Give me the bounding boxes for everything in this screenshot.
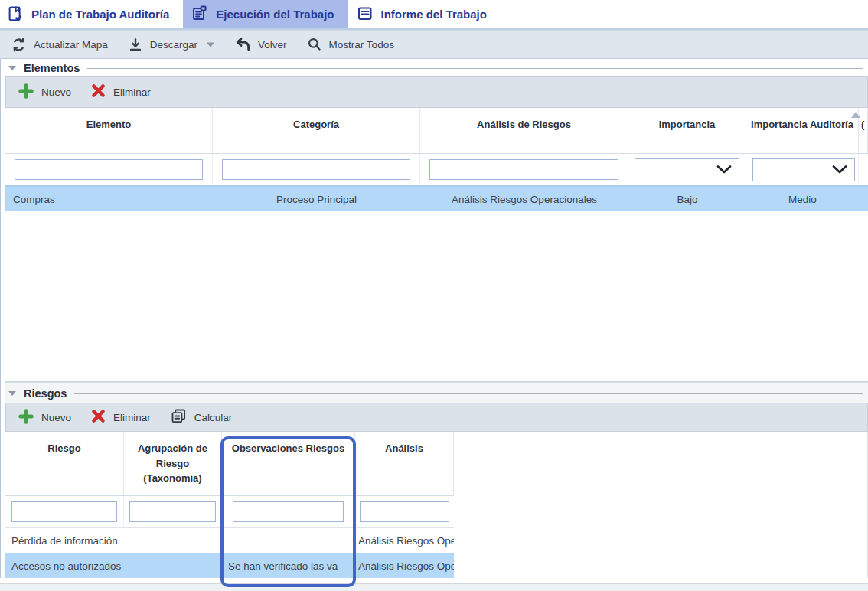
filter-importancia-auditoria-select[interactable] — [752, 158, 855, 181]
plus-icon — [18, 409, 34, 426]
nuevo-label: Nuevo — [41, 412, 71, 423]
cell-agrupacion — [124, 528, 222, 553]
filter-analisis-riesgo-input[interactable] — [360, 501, 449, 522]
cell-riesgo: Accesos no autorizados — [5, 553, 124, 578]
riesgos-table: Riesgo Agrupación de Riesgo (Taxonomía) … — [5, 432, 868, 578]
x-icon — [91, 409, 106, 426]
elementos-filter-row — [5, 154, 868, 187]
filter-observaciones-input[interactable] — [233, 501, 344, 522]
bookmark-check-icon — [6, 5, 24, 23]
volver-button[interactable]: Volver — [235, 37, 287, 53]
refresh-icon — [11, 37, 27, 53]
download-icon — [128, 37, 143, 53]
section-rule — [87, 68, 863, 69]
cell-analisis: Análisis Riesgos Operacionales — [355, 553, 454, 578]
cell-categoria: Proceso Principal — [213, 187, 420, 211]
filter-importancia-select[interactable] — [635, 158, 739, 181]
undo-arrow-icon — [235, 37, 251, 53]
riesgos-row-accesos[interactable]: Accesos no autorizados Se han verificado… — [5, 553, 454, 578]
elementos-nuevo-button[interactable]: Nuevo — [18, 83, 71, 101]
elementos-section-header: Elementos — [5, 59, 868, 76]
riesgos-calcular-button[interactable]: Calcular — [171, 408, 233, 426]
riesgos-toolbar: Nuevo Eliminar Calcular — [5, 403, 868, 432]
riesgos-header-row: Riesgo Agrupación de Riesgo (Taxonomía) … — [5, 432, 454, 496]
cell-elemento: Compras — [5, 187, 213, 211]
mostrar-todos-label: Mostrar Todos — [329, 39, 394, 51]
dropdown-caret-icon[interactable] — [206, 41, 215, 48]
elementos-row-compras[interactable]: Compras Proceso Principal Análisis Riesg… — [5, 187, 868, 211]
tab-label: Informe del Trabajo — [381, 8, 487, 21]
tab-informe-del-trabajo[interactable]: Informe del Trabajo — [348, 0, 501, 28]
plus-icon — [18, 83, 34, 101]
column-header-analisis[interactable]: Análisis — [355, 432, 454, 495]
tab-label: Plan de Trabajo Auditoría — [31, 8, 169, 21]
tab-label: Ejecución del Trabajo — [216, 8, 334, 21]
collapse-elementos-icon[interactable] — [8, 66, 16, 70]
elementos-toolbar: Nuevo Eliminar — [5, 76, 868, 108]
elementos-title: Elementos — [24, 62, 80, 74]
chevron-down-icon — [831, 165, 848, 175]
riesgos-eliminar-button[interactable]: Eliminar — [91, 409, 151, 426]
calcular-label: Calcular — [194, 412, 233, 423]
column-header-categoria[interactable]: Categoría — [213, 108, 420, 153]
cell-observaciones — [222, 528, 355, 553]
riesgos-nuevo-button[interactable]: Nuevo — [18, 409, 71, 426]
cell-analisis: Análisis Riesgos Operacionales — [355, 528, 454, 553]
cell-riesgo: Pérdida de información — [5, 528, 124, 553]
column-header-elemento[interactable]: Elemento — [5, 108, 213, 153]
main-toolbar: Actualizar Mapa Descargar — [0, 30, 868, 59]
actualizar-mapa-button[interactable]: Actualizar Mapa — [11, 37, 108, 53]
filter-categoria-input[interactable] — [222, 159, 410, 180]
actualizar-mapa-label: Actualizar Mapa — [34, 39, 108, 51]
calculator-sheets-icon — [171, 408, 187, 426]
column-header-importancia[interactable]: Importancia — [628, 108, 746, 153]
top-tab-bar: Plan de Trabajo Auditoría Ejecución del … — [0, 0, 868, 30]
section-rule — [74, 393, 863, 394]
riesgos-section-header: Riesgos — [5, 382, 868, 403]
riesgos-row-perdida[interactable]: Pérdida de información Análisis Riesgos … — [5, 528, 454, 553]
filter-agrupacion-input[interactable] — [129, 501, 216, 522]
filter-analisis-input[interactable] — [429, 159, 618, 180]
column-header-riesgo[interactable]: Riesgo — [5, 432, 124, 495]
column-header-agrupacion[interactable]: Agrupación de Riesgo (Taxonomía) — [124, 432, 222, 495]
cell-importancia-auditoria: Medio — [746, 187, 859, 211]
scroll-up-icon[interactable] — [851, 112, 860, 118]
chevron-down-icon — [716, 165, 733, 175]
volver-label: Volver — [258, 39, 287, 51]
elementos-header-row: Elemento Categoría Análisis de Riesgos I… — [5, 108, 868, 154]
column-header-observaciones-riesgos[interactable]: Observaciones Riesgos — [222, 432, 355, 495]
column-header-analisis-de-riesgos[interactable]: Análisis de Riesgos — [420, 108, 628, 153]
elementos-eliminar-button[interactable]: Eliminar — [91, 83, 151, 100]
search-icon — [307, 37, 322, 52]
mostrar-todos-button[interactable]: Mostrar Todos — [307, 37, 394, 52]
elementos-table: Elemento Categoría Análisis de Riesgos I… — [5, 108, 868, 382]
elementos-empty-area — [5, 211, 868, 382]
descargar-label: Descargar — [150, 39, 197, 51]
content-area: Elementos Nuevo Eliminar — [0, 59, 868, 578]
document-lines-icon — [356, 5, 374, 23]
column-header-importancia-auditoria[interactable]: Importancia Auditoría — [746, 108, 859, 153]
cell-analisis: Análisis Riesgos Operacionales — [420, 187, 628, 211]
tab-plan-de-trabajo[interactable]: Plan de Trabajo Auditoría — [0, 0, 183, 28]
riesgos-filter-row — [5, 496, 454, 528]
x-icon — [91, 83, 106, 100]
eliminar-label: Eliminar — [113, 87, 151, 98]
eliminar-label: Eliminar — [113, 412, 151, 423]
audit-app-window: Plan de Trabajo Auditoría Ejecución del … — [0, 0, 868, 591]
cell-importancia: Bajo — [628, 187, 746, 211]
collapse-riesgos-icon[interactable] — [8, 391, 16, 396]
horizontal-scrollbar-track[interactable] — [0, 583, 868, 591]
riesgos-title: Riesgos — [24, 387, 67, 400]
form-edit-icon — [191, 5, 209, 23]
tab-ejecucion-del-trabajo[interactable]: Ejecución del Trabajo — [183, 0, 348, 28]
cell-observaciones: Se han verificado las va — [222, 553, 355, 578]
filter-riesgo-input[interactable] — [11, 501, 117, 522]
descargar-button[interactable]: Descargar — [128, 37, 215, 53]
filter-elemento-input[interactable] — [15, 159, 203, 180]
cell-agrupacion — [124, 553, 222, 578]
nuevo-label: Nuevo — [41, 87, 71, 98]
